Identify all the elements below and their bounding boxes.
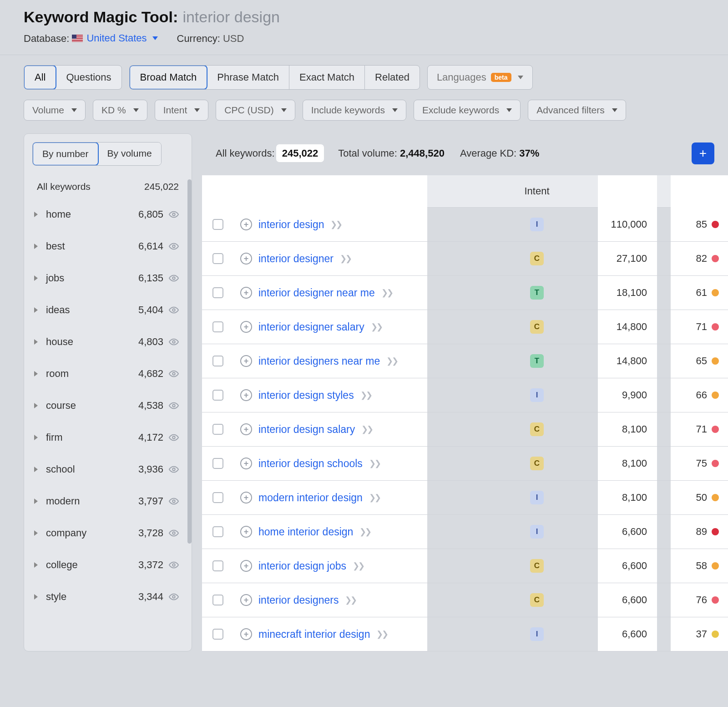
keyword-link[interactable]: interior designers near me — [258, 355, 380, 367]
expand-icon[interactable]: ❯❯ — [361, 424, 372, 434]
tab-all[interactable]: All — [24, 65, 56, 90]
eye-icon[interactable] — [169, 305, 179, 315]
sidebar-item-house[interactable]: house4,803 — [32, 326, 183, 358]
expand-icon[interactable]: ❯❯ — [345, 595, 356, 605]
col-keyword[interactable]: Keyword — [234, 175, 500, 207]
row-checkbox[interactable] — [212, 287, 223, 298]
eye-icon[interactable] — [169, 464, 179, 474]
eye-icon[interactable] — [169, 369, 179, 379]
add-keyword-icon[interactable]: + — [240, 458, 252, 469]
expand-icon[interactable]: ❯❯ — [376, 629, 387, 639]
tab-questions[interactable]: Questions — [56, 66, 121, 89]
row-checkbox[interactable] — [212, 321, 223, 332]
filter-intent[interactable]: Intent — [155, 100, 209, 121]
select-all-checkbox[interactable] — [212, 186, 223, 197]
add-keyword-icon[interactable]: + — [240, 355, 252, 367]
eye-icon[interactable] — [169, 401, 179, 411]
eye-icon[interactable] — [169, 241, 179, 251]
sidebar-item-home[interactable]: home6,805 — [32, 198, 183, 230]
expand-icon[interactable]: ❯❯ — [369, 458, 380, 468]
row-checkbox[interactable] — [212, 595, 223, 605]
filter-volume[interactable]: Volume — [24, 100, 86, 121]
keyword-link[interactable]: interior designer — [258, 253, 334, 265]
sidebar-item-course[interactable]: course4,538 — [32, 390, 183, 422]
expand-icon[interactable]: ❯❯ — [386, 356, 397, 366]
expand-icon[interactable]: ❯❯ — [359, 527, 370, 537]
keyword-link[interactable]: interior design styles — [258, 389, 354, 402]
filter-include-keywords[interactable]: Include keywords — [303, 100, 406, 121]
keyword-link[interactable]: interior design jobs — [258, 560, 346, 572]
row-checkbox[interactable] — [212, 219, 223, 230]
keyword-link[interactable]: interior designer near me — [258, 287, 375, 299]
add-keyword-icon[interactable]: + — [240, 321, 252, 333]
keyword-link[interactable]: interior designer salary — [258, 321, 364, 333]
add-keyword-icon[interactable]: + — [240, 287, 252, 299]
filter-exclude-keywords[interactable]: Exclude keywords — [414, 100, 521, 121]
tab-related[interactable]: Related — [365, 66, 420, 89]
expand-icon[interactable]: ❯❯ — [369, 493, 380, 503]
filter-advanced-filters[interactable]: Advanced filters — [528, 100, 626, 121]
scrollbar[interactable] — [187, 179, 192, 544]
eye-icon[interactable] — [169, 560, 179, 570]
eye-icon[interactable] — [169, 209, 179, 219]
tab-exact-match[interactable]: Exact Match — [289, 66, 365, 89]
filter-kd-[interactable]: KD % — [93, 100, 147, 121]
keyword-link[interactable]: interior design schools — [258, 458, 363, 470]
sidebar-item-ideas[interactable]: ideas5,404 — [32, 294, 183, 326]
languages-pill[interactable]: Languages beta — [427, 65, 533, 90]
add-keyword-icon[interactable]: + — [240, 219, 252, 230]
eye-icon[interactable] — [169, 592, 179, 602]
add-keyword-icon[interactable]: + — [240, 492, 252, 504]
sidebar-item-modern[interactable]: modern3,797 — [32, 485, 183, 517]
col-volume[interactable]: Volu — [573, 175, 660, 207]
expand-icon[interactable]: ❯❯ — [340, 254, 351, 264]
keyword-link[interactable]: minecraft interior design — [258, 628, 370, 641]
sidebar-item-jobs[interactable]: jobs6,135 — [32, 262, 183, 294]
row-checkbox[interactable] — [212, 526, 223, 537]
keyword-link[interactable]: home interior design — [258, 526, 353, 538]
row-checkbox[interactable] — [212, 390, 223, 401]
sidebar-item-best[interactable]: best6,614 — [32, 230, 183, 262]
eye-icon[interactable] — [169, 496, 179, 506]
expand-icon[interactable]: ❯❯ — [353, 561, 364, 571]
add-button[interactable]: + — [692, 142, 714, 164]
row-checkbox[interactable] — [212, 458, 223, 469]
row-checkbox[interactable] — [212, 629, 223, 640]
filter-cpc-usd-[interactable]: CPC (USD) — [216, 100, 295, 121]
add-keyword-icon[interactable]: + — [240, 628, 252, 640]
tab-phrase-match[interactable]: Phrase Match — [207, 66, 289, 89]
keyword-link[interactable]: modern interior design — [258, 492, 363, 504]
add-keyword-icon[interactable]: + — [240, 526, 252, 538]
keyword-link[interactable]: interior design — [258, 219, 324, 231]
row-checkbox[interactable] — [212, 356, 223, 366]
add-keyword-icon[interactable]: + — [240, 253, 252, 264]
sidebar-item-school[interactable]: school3,936 — [32, 453, 183, 485]
row-checkbox[interactable] — [212, 492, 223, 503]
add-keyword-icon[interactable]: + — [240, 594, 252, 606]
col-intent[interactable]: Intent — [500, 175, 573, 207]
row-checkbox[interactable] — [212, 253, 223, 264]
add-keyword-icon[interactable]: + — [240, 560, 252, 572]
col-kd[interactable]: KD % — [660, 175, 728, 207]
row-checkbox[interactable] — [212, 560, 223, 571]
keyword-link[interactable]: interior design salary — [258, 423, 355, 436]
sidebar-item-room[interactable]: room4,682 — [32, 358, 183, 390]
expand-icon[interactable]: ❯❯ — [381, 288, 392, 298]
expand-icon[interactable]: ❯❯ — [330, 219, 341, 229]
expand-icon[interactable]: ❯❯ — [371, 322, 382, 332]
sidebar-item-firm[interactable]: firm4,172 — [32, 422, 183, 453]
sidebar-item-company[interactable]: company3,728 — [32, 517, 183, 549]
eye-icon[interactable] — [169, 337, 179, 347]
tab-broad-match[interactable]: Broad Match — [129, 65, 208, 90]
add-keyword-icon[interactable]: + — [240, 389, 252, 401]
sidebar-item-college[interactable]: college3,372 — [32, 549, 183, 581]
eye-icon[interactable] — [169, 528, 179, 538]
row-checkbox[interactable] — [212, 424, 223, 435]
expand-icon[interactable]: ❯❯ — [360, 390, 371, 400]
eye-icon[interactable] — [169, 432, 179, 443]
add-keyword-icon[interactable]: + — [240, 423, 252, 435]
database-selector[interactable]: United States — [72, 32, 157, 44]
eye-icon[interactable] — [169, 273, 179, 283]
keyword-link[interactable]: interior designers — [258, 594, 339, 606]
sidebar-item-style[interactable]: style3,344 — [32, 581, 183, 613]
